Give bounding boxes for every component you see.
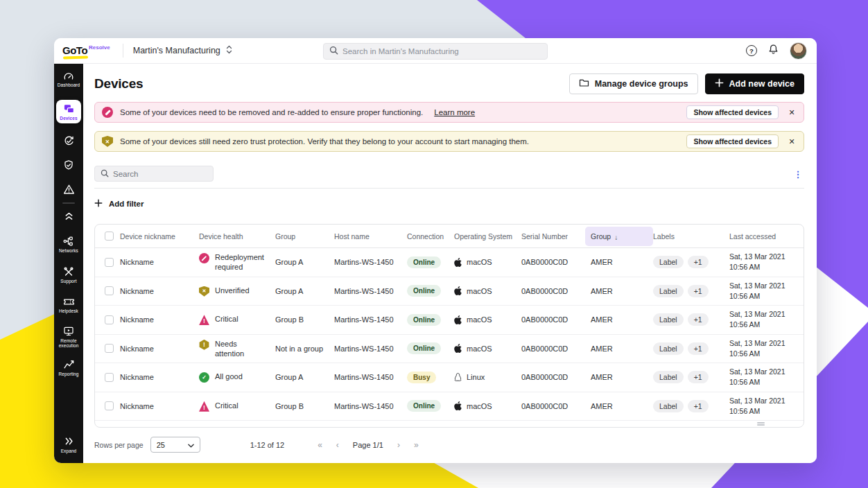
row-checkbox[interactable] — [105, 258, 114, 267]
close-icon[interactable] — [785, 106, 798, 119]
sidebar-item-alerts[interactable] — [63, 184, 75, 195]
row-checkbox[interactable] — [105, 344, 114, 353]
cell-group-region: AMER — [591, 258, 653, 266]
sidebar-expand-button[interactable]: Expand — [61, 436, 77, 454]
col-device-health[interactable]: Device health — [199, 232, 275, 241]
notifications-bell-icon[interactable] — [767, 43, 779, 58]
learn-more-link[interactable]: Learn more — [434, 108, 475, 116]
accessed-time: 10:56 AM — [729, 406, 804, 417]
col-group[interactable]: Group — [275, 232, 334, 241]
col-host-name[interactable]: Host name — [334, 232, 407, 241]
rows-per-page-select[interactable]: 25 — [150, 437, 200, 453]
sidebar-item-support[interactable]: Support — [60, 266, 76, 284]
networks-icon — [62, 236, 74, 247]
table-row[interactable]: Nickname Unverified Group A Martins-WS-1… — [95, 277, 804, 306]
apple-icon — [454, 344, 462, 353]
label-badge[interactable]: Label — [653, 285, 684, 297]
label-badge[interactable]: Label — [653, 313, 684, 326]
sidebar-item-remote-execution[interactable]: Remote execution — [54, 326, 83, 349]
label-badge[interactable]: Label — [653, 256, 684, 268]
table-row[interactable]: Nickname Needs attention Not in a group … — [95, 335, 804, 364]
cell-nickname: Nickname — [120, 402, 199, 410]
connection-status-badge: Online — [407, 400, 441, 412]
sync-check-icon — [63, 135, 75, 146]
previous-page-button[interactable] — [336, 440, 339, 450]
cell-nickname: Nickname — [120, 315, 199, 324]
label-badge[interactable]: Label — [653, 342, 684, 355]
col-connection[interactable]: Connection — [407, 232, 454, 241]
cell-group: Not in a group — [275, 345, 334, 353]
table-search-input[interactable] — [113, 170, 207, 178]
label-badge[interactable]: Label — [653, 400, 684, 412]
rows-per-page-value: 25 — [157, 441, 165, 449]
table-row[interactable]: Nickname All good Group A Martins-WS-145… — [95, 363, 804, 392]
sidebar-item-updates[interactable] — [63, 135, 75, 146]
last-page-button[interactable] — [414, 440, 419, 450]
table-row[interactable]: Nickname Critical Group B Martins-WS-145… — [95, 306, 804, 335]
table-row[interactable]: Nickname Critical Group B Martins-WS-145… — [95, 392, 804, 421]
kebab-menu-icon[interactable] — [792, 168, 804, 180]
topbar: GoTo Resolve Martin's Manufacturing — [54, 38, 817, 64]
sidebar-item-helpdesk[interactable]: Helpdesk — [59, 296, 78, 314]
help-icon[interactable] — [746, 45, 757, 56]
row-checkbox[interactable] — [105, 286, 114, 295]
sidebar-label: Networks — [59, 248, 78, 254]
label-more-badge[interactable]: +1 — [688, 313, 709, 326]
global-search[interactable] — [323, 43, 548, 60]
health-label: Redeployment required — [215, 252, 267, 272]
connection-status-badge: Online — [407, 285, 441, 297]
first-page-button[interactable] — [318, 440, 322, 450]
close-icon[interactable] — [785, 135, 798, 148]
cell-host-name: Martins-WS-1450 — [334, 315, 407, 324]
sidebar-collapse-button[interactable] — [64, 210, 73, 221]
label-more-badge[interactable]: +1 — [688, 400, 709, 412]
os-label: macOS — [467, 315, 492, 324]
label-more-badge[interactable]: +1 — [688, 256, 709, 268]
show-affected-devices-button[interactable]: Show affected devices — [686, 105, 779, 119]
sort-descending-icon — [614, 230, 618, 243]
add-filter-button[interactable]: Add filter — [94, 199, 144, 209]
global-search-input[interactable] — [342, 47, 541, 55]
table-search[interactable] — [94, 166, 214, 182]
horizontal-scrollbar-handle[interactable] — [757, 422, 765, 426]
sidebar-item-devices[interactable]: Devices — [56, 100, 81, 124]
page-indicator: Page 1/1 — [353, 441, 383, 449]
table-row[interactable]: Nickname Redeployment required Group A M… — [95, 248, 804, 277]
table-header-row: Device nickname Device health Group Host… — [95, 225, 804, 248]
show-affected-devices-button[interactable]: Show affected devices — [686, 134, 779, 148]
next-page-button[interactable] — [397, 440, 400, 450]
col-serial-number[interactable]: Serial Number — [521, 232, 591, 241]
health-status-icon — [199, 340, 209, 350]
col-group-sorted[interactable]: Group — [585, 227, 653, 246]
label-more-badge[interactable]: +1 — [688, 342, 709, 355]
col-device-nickname[interactable]: Device nickname — [120, 232, 199, 241]
add-new-device-button[interactable]: Add new device — [705, 73, 804, 94]
sidebar-item-dashboard[interactable]: Dashboard — [58, 70, 80, 88]
app-window: GoTo Resolve Martin's Manufacturing — [54, 38, 817, 463]
cell-group: Group B — [275, 315, 334, 324]
manage-device-groups-button[interactable]: Manage device groups — [569, 73, 698, 94]
select-all-checkbox[interactable] — [105, 232, 114, 241]
os-label: Linux — [467, 373, 485, 381]
connection-status-badge: Online — [407, 342, 441, 354]
sidebar-item-networks[interactable]: Networks — [59, 236, 78, 254]
topbar-divider — [123, 44, 123, 58]
label-more-badge[interactable]: +1 — [688, 371, 709, 383]
devices-table: Device nickname Device health Group Host… — [94, 224, 804, 428]
label-badge[interactable]: Label — [653, 371, 684, 383]
col-last-accessed[interactable]: Last accessed — [729, 232, 804, 241]
user-avatar[interactable] — [790, 42, 807, 60]
row-checkbox[interactable] — [105, 401, 114, 410]
add-new-device-label: Add new device — [729, 79, 795, 89]
col-operating-system[interactable]: Operating System — [454, 232, 521, 241]
accessed-date: Sat, 13 Mar 2021 — [729, 338, 804, 349]
sidebar-item-reporting[interactable]: Reporting — [58, 359, 78, 377]
account-switcher[interactable]: Martin's Manufacturing — [133, 44, 232, 57]
label-more-badge[interactable]: +1 — [688, 285, 709, 297]
os-label: macOS — [467, 287, 492, 295]
cell-device-health: Critical — [199, 401, 275, 412]
col-labels[interactable]: Labels — [653, 232, 729, 241]
sidebar-item-security[interactable] — [63, 159, 74, 171]
row-checkbox[interactable] — [105, 315, 114, 324]
row-checkbox[interactable] — [105, 373, 114, 382]
